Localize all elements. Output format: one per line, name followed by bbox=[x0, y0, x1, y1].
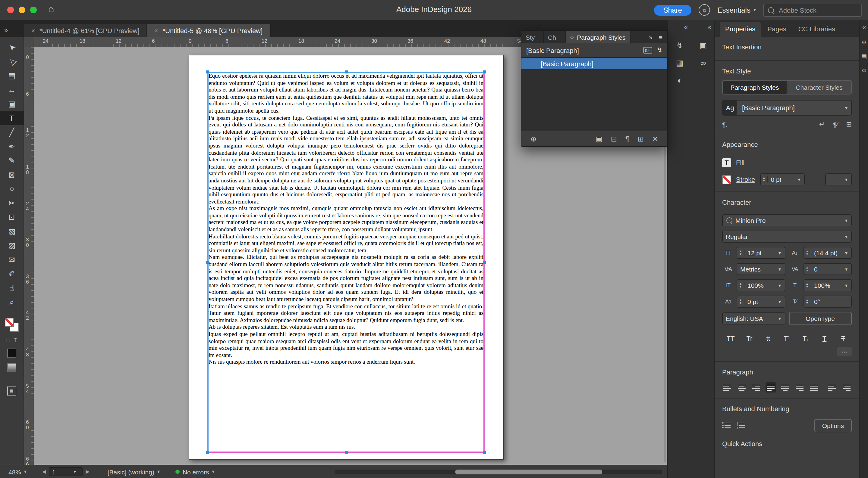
preflight-status[interactable]: No errors ▾ bbox=[176, 468, 215, 475]
eyedropper-tool[interactable]: ✐ bbox=[0, 267, 24, 281]
document-tab-untitled4[interactable]: × *Untitled-4 @ 61% [GPU Preview] bbox=[24, 24, 147, 37]
scissors-tool[interactable]: ✂ bbox=[0, 196, 24, 210]
fill-label[interactable]: Fill bbox=[736, 159, 744, 166]
align-away-from-spine-button[interactable] bbox=[841, 382, 852, 392]
font-style-select[interactable]: Regular ▾ bbox=[722, 231, 852, 243]
zoom-level-select[interactable]: 48% ▾ bbox=[8, 468, 27, 475]
numbered-list-icon[interactable] bbox=[737, 420, 745, 431]
links-panel-icon[interactable]: ∞ bbox=[701, 54, 706, 72]
apply-gradient-button[interactable] bbox=[7, 363, 16, 372]
fill-stroke-proxy[interactable] bbox=[4, 317, 19, 332]
line-tool[interactable]: ╱ bbox=[0, 125, 24, 139]
redefine-style-icon[interactable]: ↵ bbox=[819, 121, 825, 128]
collapse-panels-icon[interactable]: « bbox=[708, 20, 715, 37]
page-number-input[interactable]: 1 ▾ bbox=[49, 467, 83, 476]
stroke-none-swatch-icon[interactable] bbox=[722, 175, 731, 184]
panel-menu-icon[interactable]: ≡ bbox=[658, 33, 662, 41]
underline-button[interactable]: T bbox=[816, 332, 833, 344]
fill-swatch-icon[interactable]: T bbox=[722, 158, 731, 167]
pencil-tool[interactable]: ✎ bbox=[0, 153, 24, 168]
frame-handle-bottom-left[interactable] bbox=[206, 451, 209, 454]
document-tab-untitled5[interactable]: × *Untitled-5 @ 48% [GPU Preview] bbox=[147, 24, 271, 37]
panel-collapse-icon[interactable]: » bbox=[649, 33, 652, 41]
edit-style-icon[interactable]: ⊕ bbox=[526, 135, 541, 143]
justify-last-left-button[interactable] bbox=[766, 382, 776, 392]
frame-handle-mid-right[interactable] bbox=[483, 261, 486, 264]
collapse-panels-icon[interactable]: « bbox=[862, 20, 866, 36]
baseline-shift-stepper[interactable]: ▴▾ 0 pt ▾ bbox=[737, 296, 785, 308]
opentype-button[interactable]: OpenType bbox=[789, 312, 852, 325]
style-override-badge-icon[interactable]: a+ bbox=[643, 47, 652, 54]
ellipse-tool[interactable]: ○ bbox=[0, 182, 24, 196]
tab-styles-clipped[interactable]: Sty bbox=[521, 31, 544, 43]
free-transform-tool[interactable]: ⊡ bbox=[0, 210, 24, 224]
links-panel-icon[interactable]: ∞ bbox=[862, 63, 866, 77]
kerning-select[interactable]: Metrics ▾ bbox=[737, 263, 785, 275]
frame-handle-mid-left[interactable] bbox=[206, 261, 209, 264]
swatches-panel-icon[interactable]: ▦ bbox=[676, 54, 684, 72]
paragraph-styles-button[interactable]: Paragraph Styles bbox=[723, 81, 786, 94]
tab-character-styles-clipped[interactable]: Ch bbox=[544, 31, 566, 43]
quick-apply-panel-icon[interactable]: ↯ bbox=[676, 37, 683, 54]
frame-handle-bottom-center[interactable] bbox=[345, 451, 348, 454]
formatting-affects-container-icon[interactable]: □ bbox=[7, 337, 10, 343]
share-button[interactable]: Share bbox=[654, 4, 691, 15]
bullets-options-button[interactable]: Options bbox=[814, 419, 852, 432]
horizontal-scale-stepper[interactable]: ▴▾ 100% ▾ bbox=[803, 279, 852, 292]
align-left-button[interactable] bbox=[722, 382, 733, 392]
font-family-select[interactable]: Minion Pro ▾ bbox=[722, 214, 852, 226]
vertical-scale-stepper[interactable]: ▴▾ 100% ▾ bbox=[737, 279, 785, 292]
preflight-profile-select[interactable]: [Basic] (working) ▾ bbox=[107, 468, 160, 475]
zoom-tool[interactable]: ⌕ bbox=[0, 295, 24, 309]
screen-mode-button[interactable] bbox=[7, 386, 16, 395]
layers-panel-icon[interactable]: ▣ bbox=[700, 37, 707, 54]
frame-handle-top-center[interactable] bbox=[345, 70, 348, 73]
tab-properties[interactable]: Properties bbox=[720, 22, 761, 37]
content-collector-tool[interactable]: ▣ bbox=[0, 97, 24, 111]
adobe-stock-search[interactable] bbox=[763, 3, 862, 16]
close-icon[interactable]: × bbox=[155, 27, 158, 34]
tab-paragraph-styles[interactable]: ◇ Paragraph Styles bbox=[566, 31, 630, 43]
paragraph-style-select[interactable]: Ag [Basic Paragraph] ▾ bbox=[722, 100, 852, 115]
gradient-swatch-tool[interactable]: ▧ bbox=[0, 224, 24, 238]
note-tool[interactable]: ✉ bbox=[0, 252, 24, 267]
style-row-basic-paragraph[interactable]: [Basic Paragraph] bbox=[521, 58, 667, 69]
quick-apply-icon[interactable]: ↯ bbox=[657, 46, 662, 54]
skew-stepper[interactable]: ▴▾ 0° bbox=[803, 296, 852, 308]
more-options-icon[interactable]: ⋯ bbox=[837, 347, 852, 356]
stock-search-input[interactable] bbox=[778, 6, 857, 14]
tracking-stepper[interactable]: ▴▾ 0 ▾ bbox=[803, 263, 852, 275]
small-caps-button[interactable]: Tr bbox=[741, 332, 758, 344]
clear-overrides-icon[interactable]: ¶⁄ bbox=[833, 121, 838, 128]
collapse-panels-icon[interactable]: « bbox=[684, 20, 691, 37]
delete-style-icon[interactable]: ✕ bbox=[648, 135, 662, 143]
settings-panel-icon[interactable]: ⚙ bbox=[861, 36, 867, 49]
leading-stepper[interactable]: ▴▾ (14.4 pt) ▾ bbox=[803, 247, 852, 259]
horizontal-scrollbar-thumb[interactable] bbox=[455, 470, 602, 474]
frame-handle-top-right[interactable] bbox=[483, 70, 486, 73]
text-frame[interactable]: Equo eostior epelessi ra quiasin nimin e… bbox=[208, 72, 484, 452]
apply-color-button[interactable] bbox=[7, 348, 16, 357]
lowercase-button[interactable]: tt bbox=[760, 332, 777, 344]
ruler-origin-corner[interactable] bbox=[24, 37, 34, 47]
clear-overrides-icon[interactable]: ¶ bbox=[621, 135, 633, 143]
workspace-switcher[interactable]: Essentials ▾ bbox=[718, 6, 756, 14]
pen-tool[interactable]: ✒ bbox=[0, 139, 24, 153]
pages-panel-icon[interactable]: ▤ bbox=[861, 49, 867, 63]
stroke-type-select[interactable]: ▾ bbox=[825, 173, 852, 185]
style-options-icon[interactable]: ¶. bbox=[722, 121, 727, 128]
tab-cc-libraries[interactable]: CC Libraries bbox=[793, 22, 841, 37]
justify-all-button[interactable] bbox=[809, 382, 819, 392]
subscript-button[interactable]: T₁ bbox=[797, 332, 814, 344]
justify-last-center-button[interactable] bbox=[780, 382, 790, 392]
horizontal-scrollbar[interactable] bbox=[335, 470, 662, 474]
rectangle-frame-tool[interactable]: ⊠ bbox=[0, 168, 24, 182]
new-style-icon[interactable]: ⊞ bbox=[846, 121, 852, 128]
strikethrough-button[interactable]: T bbox=[835, 332, 852, 344]
stepper-down-icon[interactable]: ▾ bbox=[761, 179, 767, 182]
frame-handle-top-left[interactable] bbox=[206, 70, 209, 73]
vertical-ruler[interactable]: 0 6 1 2 1 8 2 4 3 0 3 6 4 2 4 8 5 4 6 0 … bbox=[24, 47, 34, 465]
frame-handle-bottom-right[interactable] bbox=[483, 451, 486, 454]
all-caps-button[interactable]: TT bbox=[722, 332, 739, 344]
gap-tool[interactable]: ↔ bbox=[0, 83, 24, 97]
